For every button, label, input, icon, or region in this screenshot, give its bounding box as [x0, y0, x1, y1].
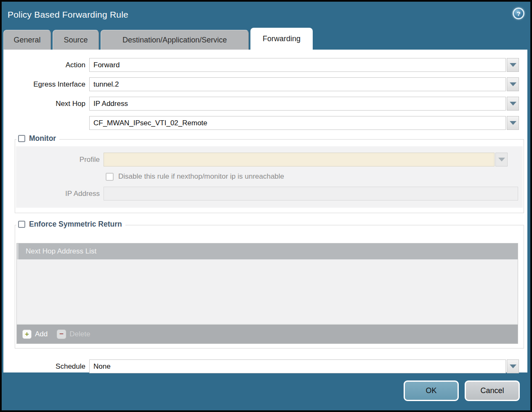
schedule-label: Schedule [3, 362, 89, 371]
tabbar: General Source Destination/Application/S… [2, 28, 530, 50]
schedule-input[interactable] [89, 359, 506, 373]
egress-interface-row: Egress Interface [3, 77, 519, 91]
chevron-down-icon [498, 158, 505, 161]
next-hop-address-input[interactable] [89, 116, 506, 130]
egress-interface-combo [89, 77, 519, 91]
disable-rule-row: Disable this rule if nexthop/monitor ip … [106, 172, 519, 181]
delete-button-label: Delete [69, 330, 90, 338]
tab-destination-application-service[interactable]: Destination/Application/Service [101, 30, 249, 50]
monitor-ip-address-field [104, 187, 518, 201]
page-title: Policy Based Forwarding Rule [8, 10, 128, 20]
egress-interface-dropdown-button[interactable] [507, 77, 519, 91]
action-label: Action [3, 61, 89, 69]
monitor-fieldset: Monitor Profile Disable this rule [15, 139, 524, 213]
next-hop-address-table-body[interactable] [17, 259, 518, 324]
cancel-button[interactable]: Cancel [465, 380, 520, 401]
next-hop-address-table-footer: + Add − Delete [17, 324, 518, 343]
plus-icon: + [22, 330, 32, 339]
next-hop-address-table: Next Hop Address List + Add − Delete [16, 243, 518, 344]
chevron-down-icon [510, 82, 516, 86]
action-row: Action [3, 58, 519, 72]
chevron-down-icon [510, 63, 516, 67]
add-button-label: Add [35, 330, 48, 338]
egress-interface-input[interactable] [89, 77, 506, 91]
chevron-down-icon [510, 102, 516, 106]
add-button[interactable]: + Add [22, 330, 48, 339]
profile-label: Profile [16, 156, 104, 164]
next-hop-combo [89, 97, 519, 111]
pbf-rule-dialog: Policy Based Forwarding Rule ? General S… [0, 0, 532, 412]
tab-general[interactable]: General [3, 30, 51, 50]
profile-input [104, 153, 495, 166]
monitor-checkbox[interactable] [18, 135, 25, 142]
schedule-row: Schedule [3, 359, 519, 373]
symmetric-return-checkbox[interactable] [18, 221, 25, 228]
next-hop-row: Next Hop [3, 97, 519, 111]
profile-dropdown-button [495, 153, 508, 166]
profile-row: Profile [16, 153, 508, 166]
minus-icon: − [57, 330, 66, 339]
profile-combo [104, 153, 508, 166]
chevron-down-icon [510, 121, 516, 125]
help-icon[interactable]: ? [513, 8, 524, 19]
next-hop-input[interactable] [89, 97, 506, 111]
schedule-combo [89, 359, 519, 373]
tab-forwarding[interactable]: Forwarding [250, 28, 313, 50]
symmetric-return-legend-label: Enforce Symmetric Return [29, 220, 122, 229]
monitor-ip-address-input [104, 187, 518, 201]
monitor-legend: Monitor [16, 134, 59, 143]
dialog-footer: OK Cancel [2, 372, 530, 409]
next-hop-label: Next Hop [3, 100, 89, 108]
next-hop-address-row [3, 116, 519, 130]
next-hop-address-table-header: Next Hop Address List [17, 243, 518, 259]
next-hop-address-combo [89, 116, 519, 130]
action-input[interactable] [89, 58, 506, 72]
next-hop-address-dropdown-button[interactable] [507, 116, 519, 130]
action-dropdown-button[interactable] [507, 58, 519, 72]
monitor-legend-label: Monitor [29, 134, 56, 143]
tab-content: Action Egress Interface Next Hop [3, 50, 527, 372]
symmetric-return-legend: Enforce Symmetric Return [16, 220, 125, 229]
delete-button: − Delete [57, 330, 90, 339]
ok-button[interactable]: OK [404, 380, 459, 401]
titlebar: Policy Based Forwarding Rule ? [2, 2, 530, 28]
symmetric-return-fieldset: Enforce Symmetric Return Next Hop Addres… [15, 225, 524, 349]
monitor-ip-address-label: IP Address [16, 190, 104, 198]
action-combo [89, 58, 519, 72]
next-hop-dropdown-button[interactable] [507, 97, 519, 111]
monitor-ip-address-row: IP Address [16, 187, 518, 201]
disable-rule-label: Disable this rule if nexthop/monitor ip … [118, 172, 284, 181]
chevron-down-icon [510, 364, 516, 368]
schedule-dropdown-button[interactable] [507, 359, 519, 373]
egress-interface-label: Egress Interface [3, 80, 89, 89]
monitor-panel: Profile Disable this rule if nexthop/mon… [16, 146, 523, 208]
disable-rule-checkbox [106, 173, 114, 181]
tab-source[interactable]: Source [53, 30, 99, 50]
